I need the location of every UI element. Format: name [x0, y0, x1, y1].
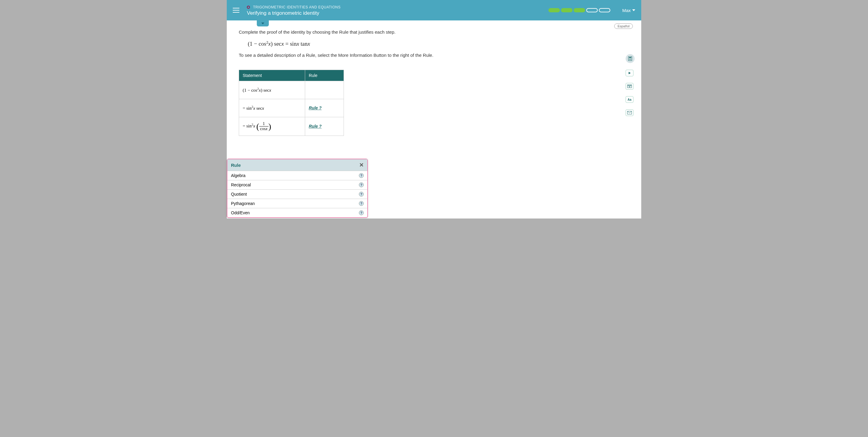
table-row: (1 − cos2x) secx [239, 81, 344, 99]
progress-bar [549, 8, 610, 12]
rule-option-algebra[interactable]: Algebra ? [227, 171, 367, 180]
video-icon[interactable] [626, 70, 633, 76]
message-icon[interactable] [626, 109, 633, 116]
user-menu[interactable]: Max [622, 8, 635, 13]
content-area: Complete the proof of the identity by ch… [227, 21, 641, 145]
info-icon[interactable]: ? [359, 201, 364, 206]
svg-point-6 [630, 59, 630, 60]
rule-option-label: Pythagorean [231, 201, 255, 206]
progress-seg-4 [586, 8, 598, 12]
col-statement: Statement [239, 70, 305, 81]
rule-cell: Rule ? [305, 117, 344, 136]
progress-seg-3 [574, 8, 585, 12]
svg-point-3 [630, 59, 630, 59]
rule-popup-title: Rule [231, 163, 241, 168]
category-indicator-icon [247, 6, 250, 9]
rule-popup: Rule ✕ Algebra ? Reciprocal ? Quotient ?… [227, 159, 368, 218]
rule-option-label: Algebra [231, 173, 245, 178]
statement-cell: = sin2x (1cosx) [239, 117, 305, 136]
svg-point-7 [631, 59, 631, 60]
close-icon[interactable]: ✕ [359, 162, 364, 168]
instruction-text: Complete the proof of the identity by ch… [239, 29, 629, 35]
info-icon[interactable]: ? [359, 192, 364, 197]
textbook-icon[interactable] [626, 83, 633, 90]
svg-point-2 [629, 59, 629, 59]
info-icon[interactable]: ? [359, 173, 364, 178]
rule-popup-header: Rule ✕ [227, 159, 367, 171]
statement-cell: (1 − cos2x) secx [239, 81, 305, 99]
rule-select-link[interactable]: Rule ? [309, 124, 322, 128]
statement-cell: = sin2x secx [239, 99, 305, 117]
page-title: Verifying a trigonometric identity [247, 10, 549, 16]
glossary-icon[interactable]: Aa [626, 96, 633, 103]
sub-instruction-text: To see a detailed description of a Rule,… [239, 53, 629, 58]
svg-rect-1 [629, 57, 631, 58]
header-bar: TRIGONOMETRIC IDENTITIES AND EQUATIONS V… [227, 0, 641, 21]
rule-option-oddeven[interactable]: Odd/Even ? [227, 208, 367, 217]
svg-point-5 [629, 59, 629, 60]
svg-marker-8 [629, 72, 631, 74]
rule-option-reciprocal[interactable]: Reciprocal ? [227, 180, 367, 190]
rule-cell: Rule ? [305, 99, 344, 117]
progress-seg-5 [599, 8, 610, 12]
category-text: TRIGONOMETRIC IDENTITIES AND EQUATIONS [253, 5, 340, 9]
table-row: = sin2x (1cosx) Rule ? [239, 117, 344, 136]
chevron-down-icon [632, 9, 635, 11]
progress-seg-1 [549, 8, 560, 12]
rule-option-label: Quotient [231, 192, 247, 197]
col-rule: Rule [305, 70, 344, 81]
rule-option-quotient[interactable]: Quotient ? [227, 190, 367, 199]
app-frame: TRIGONOMETRIC IDENTITIES AND EQUATIONS V… [227, 0, 641, 218]
proof-table: Statement Rule (1 − cos2x) secx = sin2x … [239, 70, 344, 136]
rule-option-pythagorean[interactable]: Pythagorean ? [227, 199, 367, 208]
identity-equation: (1 − cos2x) secx = sinx tanx [248, 40, 629, 47]
title-group: TRIGONOMETRIC IDENTITIES AND EQUATIONS V… [247, 4, 549, 16]
user-name: Max [622, 8, 631, 13]
rule-option-label: Odd/Even [231, 210, 250, 215]
category-line: TRIGONOMETRIC IDENTITIES AND EQUATIONS [247, 4, 549, 10]
table-row: = sin2x secx Rule ? [239, 99, 344, 117]
rule-cell [305, 81, 344, 99]
progress-seg-2 [561, 8, 572, 12]
menu-icon[interactable] [233, 8, 239, 12]
svg-point-4 [631, 59, 631, 59]
side-toolbar: Aa [626, 54, 634, 116]
glossary-label: Aa [628, 98, 632, 101]
info-icon[interactable]: ? [359, 182, 364, 187]
info-icon[interactable]: ? [359, 210, 364, 215]
calculator-icon[interactable] [626, 54, 634, 63]
rule-select-link[interactable]: Rule ? [309, 106, 322, 110]
rule-option-label: Reciprocal [231, 182, 251, 187]
